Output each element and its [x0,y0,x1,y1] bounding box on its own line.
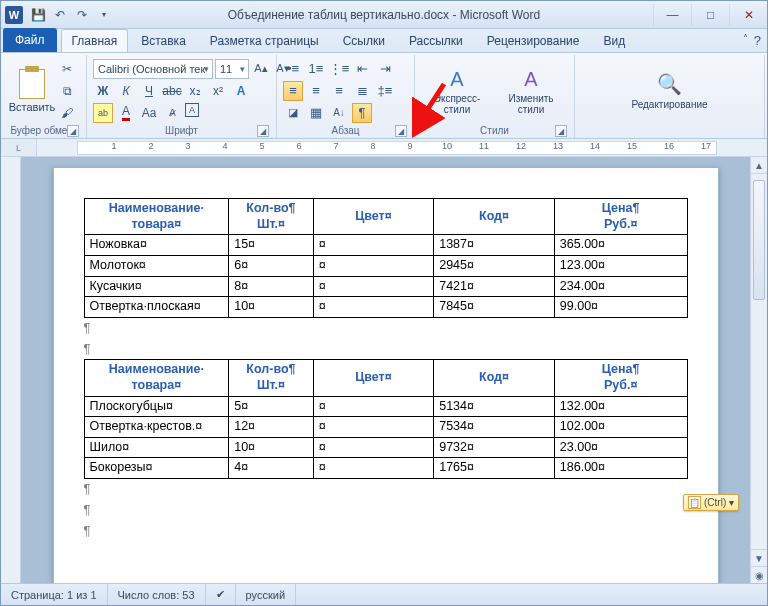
align-right-icon[interactable]: ≡ [329,81,349,101]
cell-price[interactable]: 365.00¤ [554,235,687,256]
table-row[interactable]: Бокорезы¤4¤¤1765¤186.00¤ [84,458,687,479]
cell-qty[interactable]: 10¤ [229,297,313,318]
tab-references[interactable]: Ссылки [332,29,396,52]
document-scroll[interactable]: Наименование·товара¤ Кол-во¶Шт.¤ Цвет¤ К… [21,157,750,583]
cell-code[interactable]: 2945¤ [434,255,555,276]
table-row[interactable]: Шило¤10¤¤9732¤23.00¤ [84,437,687,458]
minimize-ribbon-icon[interactable]: ˄ [743,33,748,48]
cell-code[interactable]: 5134¤ [434,396,555,417]
cell-price[interactable]: 102.00¤ [554,417,687,438]
minimize-button[interactable]: — [653,4,691,26]
superscript-button[interactable]: x² [208,81,228,101]
align-center-icon[interactable]: ≡ [306,81,326,101]
tab-insert[interactable]: Вставка [130,29,197,52]
cell-color[interactable]: ¤ [313,458,434,479]
change-case-icon[interactable]: Aa [139,103,159,123]
cell-color[interactable]: ¤ [313,437,434,458]
scroll-track[interactable] [751,174,767,549]
cell-name[interactable]: Отвертка·плоская¤ [84,297,229,318]
font-color-icon[interactable]: A [116,103,136,123]
cell-price[interactable]: 23.00¤ [554,437,687,458]
clear-formatting-icon[interactable]: A̷ [162,103,182,123]
status-words[interactable]: Число слов: 53 [108,584,206,605]
underline-button[interactable]: Ч [139,81,159,101]
vertical-scrollbar[interactable]: ▲ ▼ ◉ [750,157,767,583]
close-button[interactable]: ✕ [729,4,767,26]
browse-object-icon[interactable]: ◉ [751,566,767,583]
bullets-icon[interactable]: •≡ [283,59,303,79]
cell-code[interactable]: 9732¤ [434,437,555,458]
cell-color[interactable]: ¤ [313,417,434,438]
show-paragraph-marks-button[interactable]: ¶ [352,103,372,123]
cell-price[interactable]: 186.00¤ [554,458,687,479]
sort-icon[interactable]: A↓ [329,103,349,123]
shading-icon[interactable]: ◪ [283,103,303,123]
cell-qty[interactable]: 15¤ [229,235,313,256]
save-icon[interactable]: 💾 [29,6,47,24]
table-row[interactable]: Кусачки¤8¤¤7421¤234.00¤ [84,276,687,297]
multilevel-icon[interactable]: ⋮≡ [329,59,349,79]
table-1[interactable]: Наименование·товара¤ Кол-во¶Шт.¤ Цвет¤ К… [84,198,688,318]
maximize-button[interactable]: □ [691,4,729,26]
editing-button[interactable]: 🔍 Редактирование [627,71,713,110]
tab-view[interactable]: Вид [592,29,636,52]
cell-name[interactable]: Кусачки¤ [84,276,229,297]
cell-color[interactable]: ¤ [313,396,434,417]
paragraph-dialog-launcher[interactable]: ◢ [395,125,407,137]
justify-icon[interactable]: ≣ [352,81,372,101]
table-2[interactable]: Наименование·товара¤ Кол-во¶Шт.¤ Цвет¤ К… [84,359,688,479]
strike-button[interactable]: abc [162,81,182,101]
cell-code[interactable]: 1387¤ [434,235,555,256]
table-row[interactable]: Отвертка·крестов.¤12¤¤7534¤102.00¤ [84,417,687,438]
cell-qty[interactable]: 8¤ [229,276,313,297]
font-size-combo[interactable]: 11 [215,59,249,79]
table-row[interactable]: Ножовка¤15¤¤1387¤365.00¤ [84,235,687,256]
cell-price[interactable]: 132.00¤ [554,396,687,417]
status-language[interactable]: русский [236,584,296,605]
copy-icon[interactable]: ⧉ [57,81,77,101]
help-icon[interactable]: ? [754,33,761,48]
tab-mailings[interactable]: Рассылки [398,29,474,52]
line-spacing-icon[interactable]: ‡≡ [375,81,395,101]
cell-name[interactable]: Молоток¤ [84,255,229,276]
status-page[interactable]: Страница: 1 из 1 [1,584,108,605]
format-painter-icon[interactable]: 🖌 [57,103,77,123]
tab-review[interactable]: Рецензирование [476,29,591,52]
qat-customize-icon[interactable]: ▾ [95,6,113,24]
cell-price[interactable]: 123.00¤ [554,255,687,276]
cut-icon[interactable]: ✂ [57,59,77,79]
vertical-ruler[interactable] [1,157,21,583]
cell-qty[interactable]: 12¤ [229,417,313,438]
numbering-icon[interactable]: 1≡ [306,59,326,79]
cell-color[interactable]: ¤ [313,235,434,256]
text-effects-icon[interactable]: A [231,81,251,101]
cell-color[interactable]: ¤ [313,255,434,276]
cell-name[interactable]: Отвертка·крестов.¤ [84,417,229,438]
cell-name[interactable]: Ножовка¤ [84,235,229,256]
decrease-indent-icon[interactable]: ⇤ [352,59,372,79]
file-tab[interactable]: Файл [3,28,57,52]
cell-code[interactable]: 7421¤ [434,276,555,297]
cell-code[interactable]: 7534¤ [434,417,555,438]
table-row[interactable]: Плоскогубцы¤5¤¤5134¤132.00¤ [84,396,687,417]
cell-code[interactable]: 7845¤ [434,297,555,318]
redo-icon[interactable]: ↷ [73,6,91,24]
font-name-combo[interactable]: Calibri (Основной тек [93,59,213,79]
status-proofing[interactable]: ✔ [206,584,236,605]
borders-icon[interactable]: ▦ [306,103,326,123]
cell-color[interactable]: ¤ [313,297,434,318]
table-row[interactable]: Отвертка·плоская¤10¤¤7845¤99.00¤ [84,297,687,318]
tab-page-layout[interactable]: Разметка страницы [199,29,330,52]
cell-qty[interactable]: 6¤ [229,255,313,276]
horizontal-ruler[interactable]: L 1234567891011121314151617 [1,139,767,157]
cell-name[interactable]: Плоскогубцы¤ [84,396,229,417]
cell-code[interactable]: 1765¤ [434,458,555,479]
clipboard-dialog-launcher[interactable]: ◢ [67,125,79,137]
font-dialog-launcher[interactable]: ◢ [257,125,269,137]
cell-name[interactable]: Бокорезы¤ [84,458,229,479]
scroll-thumb[interactable] [753,180,765,300]
align-left-icon[interactable]: ≡ [283,81,303,101]
increase-indent-icon[interactable]: ⇥ [375,59,395,79]
tab-home[interactable]: Главная [61,29,129,52]
italic-button[interactable]: К [116,81,136,101]
